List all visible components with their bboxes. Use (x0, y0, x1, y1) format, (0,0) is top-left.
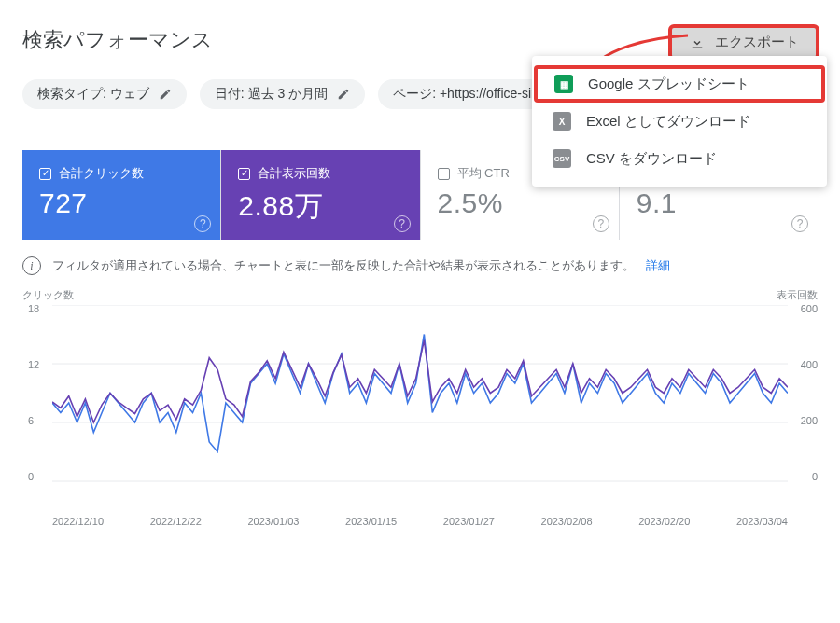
x-tick: 2023/01/15 (345, 516, 397, 527)
chip-label: ページ: +https://office-since (393, 86, 553, 103)
export-label: エクスポート (715, 34, 799, 51)
export-menu: ▦ Google スプレッドシート X Excel としてダウンロード CSV … (532, 56, 827, 187)
card-impressions[interactable]: 合計表示回数 2.88万 ? (221, 150, 419, 240)
series-left (52, 335, 788, 452)
filter-search-type[interactable]: 検索タイプ: ウェブ (22, 79, 187, 109)
export-csv[interactable]: CSV CSV をダウンロード (532, 140, 827, 177)
excel-icon: X (553, 112, 571, 131)
help-icon[interactable]: ? (194, 215, 211, 232)
chart-canvas (52, 305, 788, 482)
download-icon (689, 35, 706, 51)
y-axis-right-label: 表示回数 (777, 288, 818, 302)
y-tick: 18 (28, 303, 39, 314)
y-tick: 400 (801, 359, 818, 370)
chip-label: 日付: 過去 3 か月間 (215, 86, 328, 103)
checkbox-icon (438, 168, 450, 180)
card-value: 727 (39, 187, 203, 219)
menu-label: Google スプレッドシート (588, 76, 749, 93)
menu-label: Excel としてダウンロード (586, 113, 750, 131)
help-icon[interactable]: ? (394, 215, 411, 232)
performance-chart: クリック数 表示回数 18 12 6 0 600 400 200 0 2022/… (22, 305, 818, 538)
csv-icon: CSV (553, 149, 571, 168)
card-label: 合計表示回数 (258, 165, 330, 182)
checkbox-icon (238, 168, 250, 180)
card-clicks[interactable]: 合計クリック数 727 ? (22, 150, 220, 240)
x-tick: 2023/02/20 (638, 516, 690, 527)
info-icon: i (22, 256, 41, 275)
x-tick: 2023/01/03 (247, 516, 299, 527)
notice-text: フィルタが適用されている場合、チャートと表に一部を反映した合計や結果が表示される… (52, 257, 635, 274)
x-tick: 2023/01/27 (443, 516, 495, 527)
pencil-icon (159, 88, 172, 101)
export-excel[interactable]: X Excel としてダウンロード (532, 103, 827, 140)
export-button[interactable]: エクスポート (670, 26, 818, 59)
filter-notice: i フィルタが適用されている場合、チャートと表に一部を反映した合計や結果が表示さ… (22, 256, 818, 275)
card-label: 平均 CTR (457, 165, 510, 182)
y-tick: 200 (801, 415, 818, 426)
x-tick: 2022/12/22 (150, 516, 202, 527)
help-icon[interactable]: ? (593, 215, 609, 232)
export-google-sheets[interactable]: ▦ Google スプレッドシート (534, 65, 825, 103)
y-tick: 0 (812, 471, 818, 482)
series-right (52, 340, 788, 422)
notice-link[interactable]: 詳細 (646, 257, 670, 274)
menu-label: CSV をダウンロード (586, 150, 717, 168)
y-tick: 0 (28, 471, 34, 482)
card-value: 2.88万 (238, 187, 402, 226)
chip-label: 検索タイプ: ウェブ (37, 86, 149, 103)
y-tick: 12 (28, 359, 39, 370)
y-axis-left-label: クリック数 (22, 288, 74, 302)
page-title: 検索パフォーマンス (22, 26, 670, 54)
pencil-icon (337, 88, 350, 101)
filter-date[interactable]: 日付: 過去 3 か月間 (200, 79, 365, 109)
card-label: 合計クリック数 (59, 165, 144, 182)
x-tick: 2023/03/04 (736, 516, 788, 527)
card-value: 2.5% (438, 187, 602, 219)
x-axis-ticks: 2022/12/102022/12/222023/01/032023/01/15… (52, 516, 788, 527)
checkbox-icon (39, 168, 51, 180)
sheets-icon: ▦ (554, 75, 573, 93)
x-tick: 2023/02/08 (541, 516, 593, 527)
x-tick: 2022/12/10 (52, 516, 104, 527)
help-icon[interactable]: ? (791, 215, 808, 232)
card-value: 9.1 (637, 187, 801, 219)
y-tick: 600 (801, 303, 818, 314)
y-tick: 6 (28, 415, 34, 426)
